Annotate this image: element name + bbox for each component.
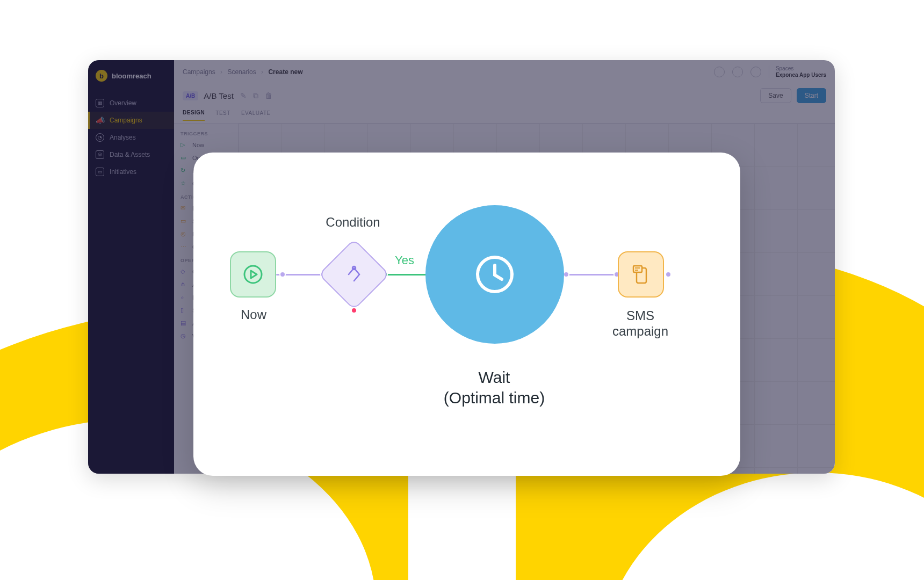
database-icon: ⛁ xyxy=(96,150,104,159)
breadcrumb: Campaigns › Scenarios › Create new xyxy=(183,68,302,76)
email-icon: ✉ xyxy=(181,205,188,212)
flow-label-wait: Wait (Optimal time) xyxy=(398,367,591,408)
sidebar-item-label: Overview xyxy=(110,99,136,107)
dots-icon: ⋯ xyxy=(181,243,188,251)
split-icon: ⋔ xyxy=(181,281,188,288)
tab-design[interactable]: DESIGN xyxy=(183,110,205,121)
page-title: A/B Test xyxy=(204,91,234,100)
space-label: Spaces xyxy=(776,66,826,72)
folder-icon: ▭ xyxy=(96,168,104,176)
palette-head-triggers: TRIGGERS xyxy=(174,127,238,139)
help-icon[interactable] xyxy=(750,67,761,77)
space-name: Exponea App Users xyxy=(776,72,826,78)
flow-node-sms[interactable] xyxy=(618,251,664,298)
clock-icon: ◷ xyxy=(181,332,188,340)
sidebar-item-label: Campaigns xyxy=(110,117,142,124)
sidebar-item-analyses[interactable]: ◔ Analyses xyxy=(88,129,174,146)
history-icon[interactable] xyxy=(732,67,743,77)
connector-wait-sms xyxy=(563,274,620,276)
sidebar-item-overview[interactable]: ▦ Overview xyxy=(88,95,174,112)
tag-icon: ⬦ xyxy=(181,294,188,301)
sms-icon: ▭ xyxy=(181,218,188,225)
logo: b bloomreach xyxy=(88,68,174,95)
clock-icon xyxy=(472,251,518,298)
sidebar-item-campaigns[interactable]: 📣 Campaigns xyxy=(88,112,174,129)
copy-icon[interactable]: ⧉ xyxy=(253,91,258,100)
flow-node-now[interactable] xyxy=(230,251,276,298)
sidebar-item-label: Analyses xyxy=(110,134,136,141)
pie-icon: ◔ xyxy=(96,133,104,142)
sidebar-item-label: Initiatives xyxy=(110,168,136,176)
grid-icon: ▦ xyxy=(96,99,104,107)
node-port[interactable] xyxy=(279,271,286,278)
breadcrumb-create-new: Create new xyxy=(268,68,302,76)
sidebar-item-label: Data & Assets xyxy=(110,151,150,158)
calendar-icon: ▭ xyxy=(181,154,188,162)
target-icon: ◎ xyxy=(181,230,188,238)
tab-test[interactable]: TEST xyxy=(215,110,230,120)
tab-evaluate[interactable]: EVALUATE xyxy=(241,110,271,120)
event-icon: ☆ xyxy=(181,180,188,187)
flow-popup-card: Now Condition Yes xyxy=(193,153,740,476)
condition-icon: ◇ xyxy=(181,268,188,276)
tabs-row: DESIGN TEST EVALUATE xyxy=(174,107,835,124)
flow-label-condition: Condition xyxy=(307,215,399,230)
sidebar-item-initiatives[interactable]: ▭ Initiatives xyxy=(88,163,174,180)
attr-icon: ▯ xyxy=(181,307,188,314)
flow-label-sms: SMS campaign xyxy=(597,308,683,339)
start-button[interactable]: Start xyxy=(797,88,826,103)
logo-text: bloomreach xyxy=(112,72,151,80)
delete-icon[interactable]: 🗑 xyxy=(265,91,272,100)
edit-icon[interactable]: ✎ xyxy=(240,91,247,100)
notification-icon[interactable] xyxy=(714,67,725,77)
play-icon xyxy=(242,263,264,286)
sidebar-item-data-assets[interactable]: ⛁ Data & Assets xyxy=(88,146,174,163)
flow-label-yes: Yes xyxy=(395,253,414,267)
flow-node-condition[interactable] xyxy=(318,238,390,310)
titlebar: A/B A/B Test ✎ ⧉ 🗑 Save Start xyxy=(174,84,835,107)
ab-chip: A/B xyxy=(183,91,198,100)
save-button[interactable]: Save xyxy=(760,88,791,103)
megaphone-icon: 📣 xyxy=(96,116,104,125)
flow-node-wait[interactable] xyxy=(425,205,564,344)
breadcrumb-scenarios[interactable]: Scenarios xyxy=(227,68,256,76)
node-port-no[interactable] xyxy=(351,307,357,314)
space-selector[interactable]: Spaces Exponea App Users xyxy=(769,66,826,78)
flow-label-now: Now xyxy=(221,307,286,322)
sms-icon xyxy=(629,263,653,286)
logo-mark: b xyxy=(96,70,107,82)
svg-point-0 xyxy=(244,266,262,283)
node-port[interactable] xyxy=(665,271,672,278)
condition-icon xyxy=(344,265,364,284)
sidebar: b bloomreach ▦ Overview 📣 Campaigns ◔ An… xyxy=(88,60,174,474)
svg-rect-4 xyxy=(633,266,642,272)
play-icon: ▷ xyxy=(181,141,188,149)
topbar: Campaigns › Scenarios › Create new Space… xyxy=(174,60,835,84)
repeat-icon: ↻ xyxy=(181,167,188,175)
palette-item-now[interactable]: ▷Now xyxy=(174,139,238,151)
connector-condition-wait xyxy=(384,274,429,276)
breadcrumb-campaigns[interactable]: Campaigns xyxy=(183,68,215,76)
add-event-icon: ▤ xyxy=(181,320,188,327)
